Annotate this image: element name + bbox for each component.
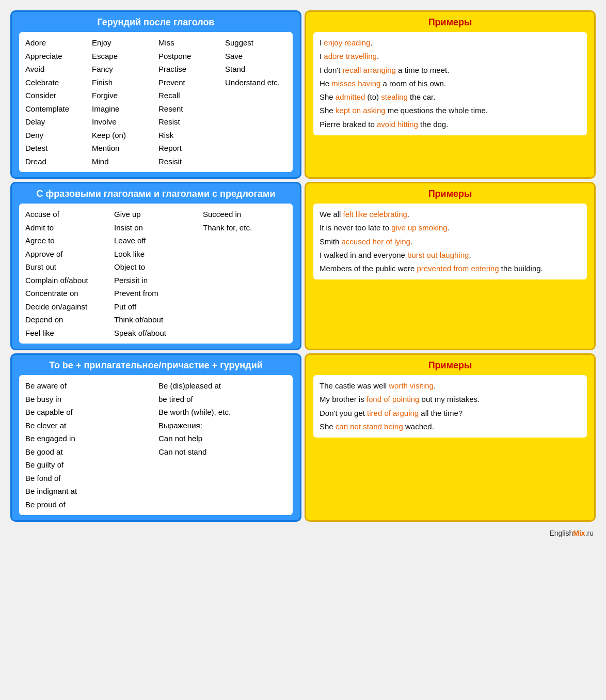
section2-header: С фразовыми глаголами и глаголами с пред… bbox=[19, 189, 293, 199]
example-line: He misses having a room of his own. bbox=[320, 77, 581, 90]
example-line: She kept on asking me questions the whol… bbox=[320, 104, 581, 117]
highlight: kept on asking bbox=[336, 106, 386, 115]
list-item: Be (dis)pleased at bbox=[158, 379, 286, 393]
list-item: Escape bbox=[92, 50, 153, 63]
example-line: I don't recall arranging a time to meet. bbox=[320, 64, 581, 77]
example-line: My brother is fond of pointing out my mi… bbox=[320, 393, 581, 406]
list-item: Fancy bbox=[92, 63, 153, 76]
example-line: Pierre braked to avoid hitting the dog. bbox=[320, 118, 581, 131]
section3-content: Be aware ofBe busy inBe capable ofBe cle… bbox=[19, 375, 293, 515]
section1-col4: SuggestSaveStandUnderstand etc. bbox=[225, 36, 286, 168]
list-item: Be worth (while), etc. bbox=[158, 406, 286, 419]
example-line: We all felt like celebrating. bbox=[320, 208, 581, 221]
list-item: Object to bbox=[114, 260, 198, 274]
list-item: Put off bbox=[114, 300, 198, 314]
footer-text: English bbox=[549, 529, 573, 537]
list-item: Be guilty of bbox=[25, 458, 153, 472]
list-item: Be fond of bbox=[25, 472, 153, 485]
list-item: Postpone bbox=[158, 50, 220, 63]
highlight: recall arranging bbox=[343, 66, 396, 74]
example-line: I enjoy reading. bbox=[320, 36, 581, 50]
section2-card: С фразовыми глаголами и глаголами с пред… bbox=[10, 182, 301, 350]
section1-col3: MissPostponePractisePreventRecallResentR… bbox=[158, 36, 220, 168]
section2-col2: Give upInsist onLeave offLook likeObject… bbox=[114, 208, 198, 339]
list-item: Give up bbox=[114, 208, 198, 221]
list-item: Be busy in bbox=[25, 393, 153, 406]
list-item: Detest bbox=[25, 142, 87, 155]
list-item: Insist on bbox=[114, 221, 198, 235]
list-item: Be proud of bbox=[25, 498, 153, 511]
list-item: Delay bbox=[25, 115, 87, 129]
section1-content: AdoreAppreciateAvoidCelebrateConsiderCon… bbox=[19, 32, 293, 172]
highlight: enjoy reading bbox=[324, 38, 370, 47]
list-item: Save bbox=[225, 50, 286, 63]
list-item: Complain of/about bbox=[25, 274, 109, 287]
list-item: Dread bbox=[25, 155, 87, 168]
list-item: Thank for, etc. bbox=[203, 221, 286, 235]
highlight: tired of arguing bbox=[367, 409, 419, 417]
list-item: Imagine bbox=[92, 102, 153, 116]
highlight: admitted bbox=[336, 92, 365, 101]
list-item: Appreciate bbox=[25, 50, 87, 63]
section1-col1: AdoreAppreciateAvoidCelebrateConsiderCon… bbox=[25, 36, 87, 168]
example-line: The castle was well worth visiting. bbox=[320, 379, 581, 393]
highlight: burst out laughing bbox=[407, 251, 469, 259]
example-line: It is never too late to give up smoking. bbox=[320, 221, 581, 235]
list-item: Avoid bbox=[25, 63, 87, 76]
list-item: Approve of bbox=[25, 247, 109, 261]
list-item: Mention bbox=[92, 142, 153, 155]
highlight: can not stand being bbox=[336, 422, 403, 431]
highlight: avoid hitting bbox=[377, 120, 418, 129]
list-item: Be clever at bbox=[25, 419, 153, 432]
list-item: Feel like bbox=[25, 326, 109, 340]
section1-examples-content: I enjoy reading.I adore travelling.I don… bbox=[313, 32, 587, 135]
section1-examples-card: Примеры I enjoy reading.I adore travelli… bbox=[305, 10, 596, 179]
list-item: Involve bbox=[92, 115, 153, 129]
list-item: Forgive bbox=[92, 89, 153, 102]
section3-examples-content: The castle was well worth visiting.My br… bbox=[313, 375, 587, 438]
list-item: Deny bbox=[25, 129, 87, 142]
list-item: Stand bbox=[225, 63, 286, 76]
section2-examples-card: Примеры We all felt like celebrating.It … bbox=[305, 182, 596, 350]
highlight: fond of pointing bbox=[366, 395, 420, 403]
section3-examples-header: Примеры bbox=[313, 360, 587, 371]
list-item: Decide on/against bbox=[25, 300, 109, 314]
list-item: Be capable of bbox=[25, 406, 153, 419]
list-item: Depend on bbox=[25, 313, 109, 326]
section2-col3: Succeed inThank for, etc. bbox=[203, 208, 286, 339]
list-item: Consider bbox=[25, 89, 87, 102]
section2-examples-content: We all felt like celebrating.It is never… bbox=[313, 204, 587, 279]
list-item: Miss bbox=[158, 36, 220, 50]
example-line: She can not stand being wached. bbox=[320, 420, 581, 433]
list-item: Be good at bbox=[25, 445, 153, 459]
footer-mix: Mix bbox=[573, 529, 585, 537]
list-item: be tired of bbox=[158, 393, 286, 406]
highlight: worth visiting bbox=[389, 381, 434, 390]
list-item: Burst out bbox=[25, 260, 109, 274]
section2-content: Accuse ofAdmit toAgree toApprove ofBurst… bbox=[19, 204, 293, 344]
example-line: Smith accused her of lying. bbox=[320, 235, 581, 248]
highlight: give up smoking bbox=[391, 223, 447, 232]
list-item: Resent bbox=[158, 102, 220, 116]
section3-col1: Be aware ofBe busy inBe capable ofBe cle… bbox=[25, 379, 153, 511]
section3-examples-card: Примеры The castle was well worth visiti… bbox=[305, 353, 596, 522]
list-item: Succeed in bbox=[203, 208, 286, 221]
highlight: adore travelling bbox=[324, 52, 377, 60]
highlight: prevented from entering bbox=[417, 264, 499, 273]
section3-header: To be + прилагательное/причастие + гурун… bbox=[19, 360, 293, 371]
list-item: Accuse of bbox=[25, 208, 109, 221]
list-item: Adore bbox=[25, 36, 87, 50]
list-item: Understand etc. bbox=[225, 76, 286, 89]
list-item: Be aware of bbox=[25, 379, 153, 393]
list-item: Recall bbox=[158, 89, 220, 102]
example-line: I adore travelling. bbox=[320, 50, 581, 63]
list-item: Can not stand bbox=[158, 445, 286, 459]
section2-col1: Accuse ofAdmit toAgree toApprove ofBurst… bbox=[25, 208, 109, 339]
footer-suffix: .ru bbox=[585, 529, 594, 537]
list-item: Can not help bbox=[158, 432, 286, 445]
list-item: Concentrate on bbox=[25, 287, 109, 300]
list-item: Keep (on) bbox=[92, 129, 153, 142]
section3-card: To be + прилагательное/причастие + гурун… bbox=[10, 353, 301, 522]
list-item: Agree to bbox=[25, 234, 109, 247]
list-item: Risk bbox=[158, 129, 220, 142]
